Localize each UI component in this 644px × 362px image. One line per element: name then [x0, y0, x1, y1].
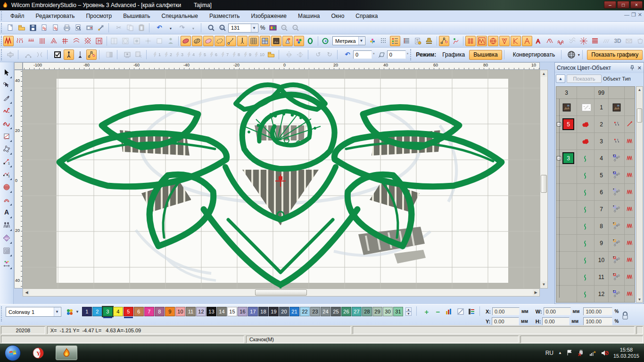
network-status-icon[interactable]: ✶ [589, 350, 596, 356]
mode-convert-button[interactable]: Конвертировать [509, 50, 560, 60]
colorway-select[interactable]: Colorway 1 ▼ [6, 307, 61, 317]
hatch-object-button[interactable] [192, 36, 202, 46]
scroll-up-icon[interactable]: ▲ [541, 71, 547, 77]
scroll-left-icon[interactable]: ◀ [24, 289, 30, 296]
scale-h-field[interactable]: 100.00 [583, 317, 612, 325]
panel-scroll-thumb[interactable] [637, 108, 642, 123]
mirror-horizontal-button[interactable] [284, 49, 294, 60]
color-swatch-13[interactable]: 13 [206, 307, 216, 316]
language-indicator[interactable]: RU [545, 350, 553, 356]
write-to-machine-button[interactable] [84, 23, 95, 33]
color-swatch-28[interactable]: 28 [362, 307, 372, 316]
color-swatch-15[interactable]: 15 [227, 307, 237, 316]
panel-scroll-up-icon[interactable]: ▲ [636, 87, 643, 92]
ribbon-effect-button[interactable] [545, 36, 555, 46]
color-swatch-12[interactable]: 12 [196, 307, 206, 316]
menu-7[interactable]: Машина [292, 11, 325, 21]
wave-effect-button[interactable] [556, 36, 566, 46]
machine-run-8-button[interactable]: 8 [231, 49, 241, 60]
light-hatch-button[interactable] [601, 36, 611, 46]
color-swatch-18[interactable]: 18 [258, 307, 268, 316]
open-design-button[interactable] [17, 23, 27, 33]
color-swatch-20[interactable]: 20 [279, 307, 289, 316]
machine-config-button[interactable] [122, 49, 132, 60]
digitize-shape-tool[interactable] [1, 142, 12, 155]
smart-corner-k-button[interactable] [511, 36, 521, 46]
y-field[interactable]: 0.00 [492, 317, 519, 325]
no-fill-button[interactable] [455, 306, 466, 317]
texture-sphere-button[interactable] [488, 36, 498, 46]
contour-stitch-button[interactable] [71, 36, 82, 46]
zoom-tool-button[interactable] [206, 23, 216, 33]
machine-run-3-button[interactable]: 3 [174, 49, 184, 60]
open-machine-folder-button[interactable] [266, 49, 276, 60]
color-swatch-24[interactable]: 24 [321, 307, 330, 316]
stitch-player-button[interactable] [96, 23, 106, 33]
vertical-scroll-thumb[interactable] [541, 175, 547, 193]
color-swatch-2[interactable]: 2 [92, 307, 102, 316]
scroll-right-icon[interactable]: ▶ [533, 289, 539, 296]
maximize-button[interactable]: □ [617, 1, 629, 8]
menu-9[interactable]: Справка [350, 11, 383, 21]
basket-weave-button[interactable] [635, 36, 644, 46]
color-swatch-23[interactable]: 23 [310, 307, 320, 316]
lettering-outline-button[interactable]: A [533, 36, 544, 46]
needle-entry-button[interactable] [64, 49, 74, 60]
scale-w-field[interactable]: 100.00 [583, 307, 612, 315]
freehand-embroidery-tool[interactable] [1, 104, 12, 117]
reshape-tool[interactable] [1, 79, 12, 91]
menu-2[interactable]: Просмотр [80, 11, 117, 21]
x-field[interactable]: 0.00 [492, 307, 520, 315]
minimize-button[interactable]: – [604, 1, 616, 8]
column-stitch-button[interactable] [15, 36, 25, 46]
open-object-button[interactable] [215, 36, 225, 46]
textured-lattice-button[interactable] [578, 36, 589, 46]
machine-run-1-button[interactable]: 1 [151, 49, 162, 60]
window-grid-button[interactable] [260, 36, 270, 46]
paste-button[interactable] [136, 23, 147, 33]
grid-fill-button[interactable] [248, 36, 259, 46]
proportional-lock-icon[interactable] [621, 311, 629, 321]
rotate-angle-field[interactable]: 0 [353, 50, 372, 59]
monogramming-tool[interactable] [1, 219, 12, 231]
save-design-button[interactable] [28, 23, 38, 33]
menu-5[interactable]: Разместить [204, 11, 246, 21]
object-row-11[interactable]: 11 [556, 269, 635, 286]
mirror-frame-button[interactable] [109, 36, 119, 46]
palette-handle[interactable] [1, 306, 4, 321]
program-split-button[interactable] [49, 36, 59, 46]
stitch-list-button[interactable] [401, 36, 412, 46]
toolbar-handle[interactable] [1, 49, 4, 60]
flower-stamp-button[interactable] [367, 36, 378, 46]
redo-button[interactable]: ↷ [177, 23, 187, 33]
cut-button[interactable]: ✂ [114, 23, 124, 33]
close-button[interactable]: × [630, 1, 643, 8]
panel-titlebar[interactable]: Список Цвет-Объект ✕ [555, 63, 644, 73]
color-swatch-8[interactable]: 8 [155, 307, 165, 316]
zoom-1to1-button[interactable]: 1:1 [217, 23, 228, 33]
action-center-flag-icon[interactable] [567, 350, 573, 356]
color-swatch-29[interactable]: 29 [372, 307, 382, 316]
auto-spacing-button[interactable] [477, 36, 487, 46]
color-swatch-11[interactable]: 11 [186, 307, 196, 316]
h-field[interactable]: 0.00 [542, 317, 570, 325]
remove-color-button[interactable]: − [433, 306, 443, 317]
menu-0[interactable]: Файл [5, 11, 30, 21]
cycle-colors-button[interactable] [444, 306, 454, 317]
insert-design-button[interactable] [39, 23, 50, 33]
machine-send-button[interactable] [133, 49, 144, 60]
panel-close-icon[interactable]: ✕ [637, 65, 642, 71]
machine-run-6-button[interactable]: 6 [208, 49, 218, 60]
mdi-minimize-icon[interactable]: — [624, 12, 629, 18]
color-blend-button[interactable] [294, 36, 304, 46]
power-plug-icon[interactable]: ✕ [578, 350, 585, 356]
color-group-swatch[interactable]: 5 [562, 118, 574, 130]
object-row-3[interactable]: 3 [556, 133, 635, 150]
canvas-vertical-scrollbar[interactable]: ▲ ▼ [540, 70, 548, 288]
slow-redraw-button[interactable] [450, 36, 461, 46]
knife-tool[interactable] [1, 91, 12, 104]
object-row-10[interactable]: 10 [556, 252, 635, 269]
tray-expand-icon[interactable]: ▲ [558, 351, 562, 355]
object-row-4[interactable]: −3 4 [556, 150, 635, 167]
clock[interactable]: 15:58 15.03.2015 [613, 347, 639, 359]
